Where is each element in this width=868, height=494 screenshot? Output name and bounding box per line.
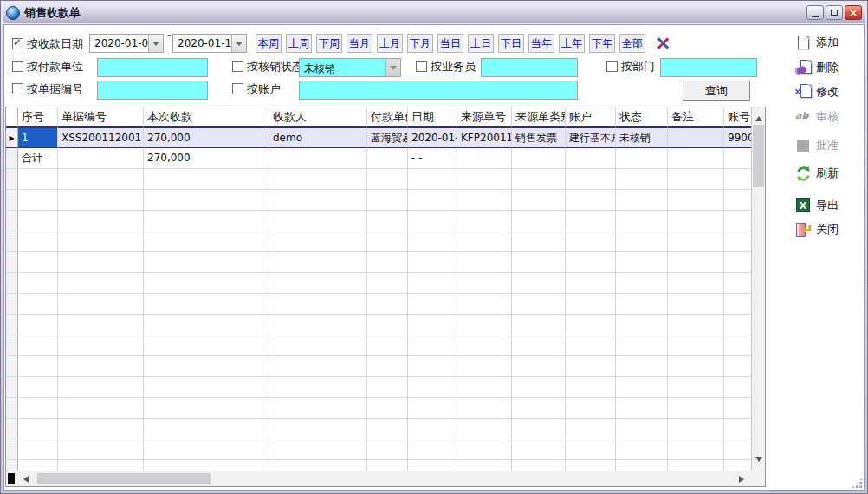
col-header-source-no[interactable]: 来源单号 — [457, 107, 512, 127]
row-selector-gutter[interactable] — [6, 252, 18, 273]
col-header-date[interactable]: 日期 — [408, 107, 457, 127]
export-excel-button[interactable]: X导出 — [795, 195, 839, 216]
quick-range-button-2[interactable]: 下周 — [316, 34, 342, 53]
verify-status-combo[interactable]: 未核销 — [299, 58, 401, 77]
resize-grip[interactable] — [852, 478, 863, 489]
empty-account-no — [724, 439, 751, 460]
date-to-combo[interactable]: 2020-01-12 — [172, 34, 247, 53]
quick-range-button-12[interactable]: 全部 — [619, 34, 645, 53]
col-header-payer[interactable]: 付款单位 — [367, 107, 408, 127]
row-selector-gutter[interactable] — [6, 148, 18, 169]
close-form-button[interactable]: 关闭 — [795, 219, 839, 240]
total-row: 合计270,000- - — [6, 148, 751, 169]
empty-doc-no — [58, 356, 144, 377]
row-selector-gutter[interactable] — [6, 356, 18, 377]
quick-range-button-0[interactable]: 本周 — [256, 34, 282, 53]
refresh-button[interactable]: 刷新 — [795, 163, 839, 184]
col-header-account-no[interactable]: 账号 — [724, 107, 751, 127]
quick-range-button-5[interactable]: 下月 — [407, 34, 433, 53]
empty-account-no — [724, 190, 751, 211]
col-header-amount[interactable]: 本次收款 — [144, 107, 269, 127]
col-header-account[interactable]: 账户 — [566, 107, 616, 127]
col-header-doc-no[interactable]: 单据编号 — [58, 107, 144, 127]
quick-range-button-6[interactable]: 当日 — [437, 34, 463, 53]
col-header-status[interactable]: 状态 — [616, 107, 668, 127]
app-globe-icon[interactable] — [6, 6, 20, 20]
date-to-dropdown-button[interactable] — [231, 35, 246, 52]
date-tools-button[interactable] — [652, 34, 675, 53]
quick-range-button-7[interactable]: 上日 — [468, 34, 494, 53]
quick-range-button-8[interactable]: 下日 — [498, 34, 524, 53]
col-header-payee[interactable]: 收款人 — [269, 107, 367, 127]
minimize-button[interactable] — [806, 5, 824, 20]
row-selector-gutter[interactable] — [6, 335, 18, 356]
empty-payer — [367, 377, 408, 398]
account-filter-checkbox[interactable] — [232, 83, 243, 94]
empty-source-no — [457, 169, 512, 190]
table-row-1[interactable]: ▶1XSS200112001270,000demo蓝海贸易有2020-01-1K… — [6, 127, 751, 148]
salesman-input[interactable] — [481, 58, 578, 77]
date-to-value: 2020-01-12 — [178, 37, 238, 49]
vertical-scrollbar[interactable] — [751, 107, 765, 471]
row-selector-gutter[interactable] — [6, 439, 18, 460]
row-selector-gutter[interactable] — [6, 231, 18, 252]
row-selector-gutter[interactable] — [6, 460, 18, 471]
row-selector-gutter[interactable] — [6, 398, 18, 419]
delete-button[interactable]: 删除 — [795, 57, 839, 78]
doc-no-input[interactable] — [97, 81, 208, 100]
empty-payer — [367, 190, 408, 211]
edit-button[interactable]: »修改 — [795, 81, 839, 102]
maximize-button[interactable] — [826, 5, 843, 20]
quick-range-button-11[interactable]: 下年 — [589, 34, 615, 53]
quick-range-button-10[interactable]: 上年 — [559, 34, 585, 53]
scroll-left-icon[interactable] — [20, 476, 29, 483]
row-selector-gutter[interactable] — [6, 190, 18, 211]
horizontal-scroll-thumb[interactable] — [37, 473, 211, 484]
empty-seq — [18, 315, 58, 335]
row-selector-gutter[interactable] — [6, 377, 18, 398]
account-input[interactable] — [299, 81, 578, 100]
row-selector-gutter[interactable] — [6, 294, 18, 315]
quick-range-button-9[interactable]: 当年 — [528, 34, 554, 53]
empty-amount — [144, 356, 269, 377]
empty-date — [408, 460, 457, 471]
payer-input[interactable] — [97, 58, 208, 77]
date-from-dropdown-button[interactable] — [148, 35, 163, 52]
date-from-combo[interactable]: 2020-01-01 — [89, 34, 164, 53]
scroll-up-icon[interactable] — [755, 113, 762, 121]
empty-source-type — [512, 315, 566, 335]
verify-status-dropdown-button[interactable] — [385, 59, 400, 76]
col-header-source-type[interactable]: 来源单类别 — [512, 107, 566, 127]
row-selector-arrow[interactable]: ▶ — [6, 127, 18, 148]
quick-range-button-4[interactable]: 上月 — [377, 34, 403, 53]
payer-filter-checkbox[interactable] — [12, 61, 23, 72]
row-selector-gutter[interactable] — [6, 169, 18, 190]
empty-account — [566, 356, 616, 377]
scroll-right-icon[interactable] — [739, 476, 748, 483]
scroll-down-icon[interactable] — [755, 457, 762, 465]
row-selector-gutter[interactable] — [6, 419, 18, 439]
row-selector-gutter[interactable] — [6, 315, 18, 335]
empty-account-no — [724, 356, 751, 377]
col-header-remark[interactable]: 备注 — [668, 107, 724, 127]
doc-no-filter-checkbox[interactable] — [12, 83, 23, 94]
row-selector-gutter[interactable] — [6, 273, 18, 294]
close-button[interactable]: × — [845, 5, 862, 20]
vertical-scroll-thumb[interactable] — [753, 125, 764, 187]
row-selector-gutter[interactable] — [6, 211, 18, 231]
col-header-seq[interactable]: 序号 — [18, 107, 58, 127]
empty-row — [6, 294, 751, 315]
quick-range-button-3[interactable]: 当月 — [347, 34, 372, 53]
quick-range-button-1[interactable]: 上周 — [286, 34, 312, 53]
add-doc-button[interactable]: 添加 — [795, 32, 839, 53]
salesman-filter-checkbox[interactable] — [416, 61, 427, 72]
department-filter-checkbox[interactable] — [606, 61, 618, 72]
empty-account-no — [724, 460, 751, 471]
verify-status-checkbox[interactable] — [232, 61, 243, 72]
department-input[interactable] — [660, 58, 757, 77]
horizontal-scrollbar[interactable] — [6, 471, 751, 486]
empty-payee — [269, 439, 367, 460]
query-button[interactable]: 查询 — [683, 81, 750, 101]
row-selector-gutter[interactable] — [6, 107, 18, 127]
date-filter-checkbox[interactable] — [12, 38, 23, 49]
